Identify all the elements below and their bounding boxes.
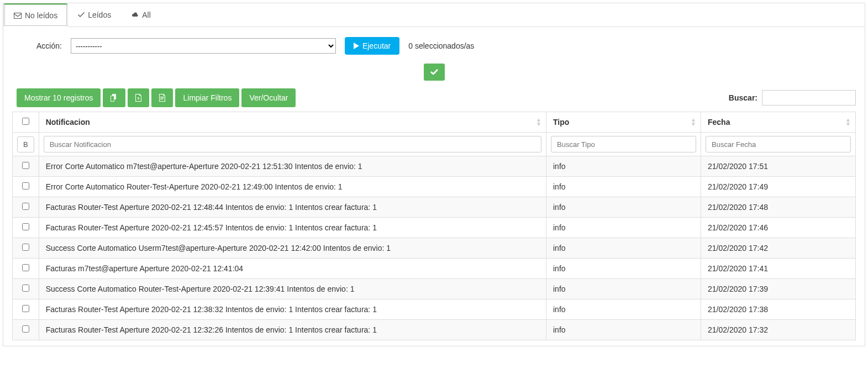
execute-label: Ejecutar [362,41,391,50]
play-icon [354,43,359,49]
cell-type: info [546,279,701,299]
row-checkbox[interactable] [22,305,29,312]
cell-date: 21/02/2020 17:51 [701,156,856,177]
action-label: Acción: [36,41,62,50]
search-label: Buscar: [729,93,757,102]
table-header-row: Notificacion ▲▼ Tipo ▲▼ Fecha ▲▼ [13,112,856,133]
cell-date: 21/02/2020 17:42 [701,238,856,259]
row-checkbox[interactable] [22,285,29,292]
clear-filters-button[interactable]: Limpiar Filtros [175,88,239,107]
row-checkbox[interactable] [22,223,29,230]
cell-notification: Facturas Router-Test Aperture 2020-02-21… [39,197,546,218]
cell-notification: Facturas Router-Test Aperture 2020-02-21… [39,320,546,340]
table-row: Success Corte Automatico Router-Test-Ape… [13,279,856,299]
table-row: Facturas Router-Test Aperture 2020-02-21… [13,197,856,218]
confirm-button[interactable] [424,64,445,81]
notifications-table: Notificacion ▲▼ Tipo ▲▼ Fecha ▲▼ B [12,112,856,340]
tab-all[interactable]: All [121,3,161,27]
sort-icon: ▲▼ [691,118,696,127]
show-records-button[interactable]: Mostrar 10 registros [17,88,101,107]
toolbar-buttons: Mostrar 10 registros X Limpiar Filtros V… [17,88,298,107]
cell-type: info [546,259,701,279]
cell-date: 21/02/2020 17:38 [701,299,856,320]
row-checkbox[interactable] [22,182,29,189]
cell-type: info [546,320,701,340]
cell-date: 21/02/2020 17:49 [701,177,856,197]
search-wrap: Buscar: [729,90,856,106]
document-icon [159,94,165,102]
row-checkbox[interactable] [22,325,29,333]
excel-button[interactable]: X [128,88,149,107]
sort-icon: ▲▼ [536,118,541,127]
copy-icon [111,94,118,102]
row-checkbox[interactable] [22,162,29,169]
cell-date: 21/02/2020 17:48 [701,197,856,218]
cell-notification: Facturas Router-Test Aperture 2020-02-21… [39,218,546,238]
check-icon [430,69,438,75]
header-notification[interactable]: Notificacion ▲▼ [39,112,546,133]
cell-notification: Success Corte Automatico Router-Test-Ape… [39,279,546,299]
table-row: Error Corte Automatico Router-Test-Apert… [13,177,856,197]
header-date[interactable]: Fecha ▲▼ [701,112,856,133]
action-select[interactable]: ----------- [71,38,336,54]
cell-type: info [546,299,701,320]
cell-type: info [546,177,701,197]
filter-b-button[interactable]: B [17,136,34,152]
check-icon [78,12,85,18]
tab-unread[interactable]: No leídos [3,3,68,27]
selected-count: 0 seleccionados/as [408,41,474,50]
cell-notification: Facturas m7test@aperture Aperture 2020-0… [39,259,546,279]
row-checkbox[interactable] [22,244,29,251]
cell-notification: Facturas Router-Test Aperture 2020-02-21… [39,299,546,320]
cell-notification: Success Corte Automatico Userm7test@aper… [39,238,546,259]
cloud-icon [131,12,139,18]
filter-notification-input[interactable] [44,136,541,152]
header-checkbox-cell [13,112,39,133]
cell-date: 21/02/2020 17:32 [701,320,856,340]
cell-type: info [546,197,701,218]
table-row: Facturas Router-Test Aperture 2020-02-21… [13,299,856,320]
document-button[interactable] [151,88,173,107]
table-row: Facturas Router-Test Aperture 2020-02-21… [13,320,856,340]
cell-notification: Error Corte Automatico Router-Test-Apert… [39,177,546,197]
tab-all-label: All [142,10,151,19]
toolbar: Mostrar 10 registros X Limpiar Filtros V… [3,88,865,112]
table-row: Error Corte Automatico m7test@aperture-A… [13,156,856,177]
action-row: Acción: ----------- Ejecutar 0 seleccion… [3,27,865,60]
row-checkbox[interactable] [22,264,29,271]
select-all-checkbox[interactable] [22,118,29,125]
confirm-row [3,60,865,88]
cell-type: info [546,218,701,238]
envelope-icon [14,13,22,19]
tab-unread-label: No leídos [25,11,57,20]
cell-type: info [546,156,701,177]
execute-button[interactable]: Ejecutar [345,37,399,55]
cell-type: info [546,238,701,259]
cell-date: 21/02/2020 17:46 [701,218,856,238]
excel-icon: X [135,94,141,102]
filter-row: B [13,133,856,156]
row-checkbox[interactable] [22,203,29,210]
main-panel: No leídos Leídos All Acción: -----------… [3,3,865,346]
cell-date: 21/02/2020 17:41 [701,259,856,279]
svg-text:X: X [138,97,140,100]
table-row: Success Corte Automatico Userm7test@aper… [13,238,856,259]
filter-date-input[interactable] [706,136,851,152]
table-row: Facturas Router-Test Aperture 2020-02-21… [13,218,856,238]
tabs-bar: No leídos Leídos All [3,3,865,27]
cell-date: 21/02/2020 17:39 [701,279,856,299]
filter-type-input[interactable] [551,136,696,152]
header-type[interactable]: Tipo ▲▼ [546,112,701,133]
toggle-columns-button[interactable]: Ver/Ocultar [241,88,296,107]
tab-read[interactable]: Leídos [68,3,121,27]
tab-read-label: Leídos [88,10,111,19]
sort-icon: ▲▼ [845,118,851,127]
table-row: Facturas m7test@aperture Aperture 2020-0… [13,259,856,279]
search-input[interactable] [762,90,856,106]
copy-button[interactable] [103,88,125,107]
cell-notification: Error Corte Automatico m7test@aperture-A… [39,156,546,177]
